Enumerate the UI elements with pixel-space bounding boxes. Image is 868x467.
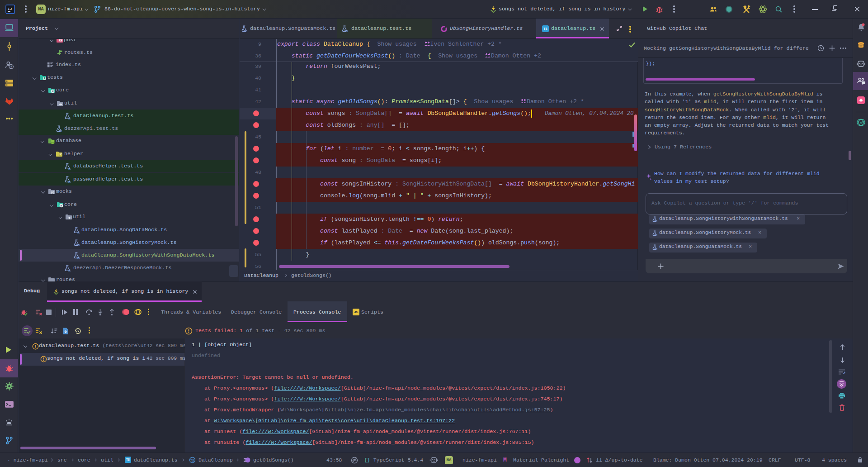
svg-text:TS: TS bbox=[190, 459, 194, 462]
svg-text:?: ? bbox=[10, 65, 12, 69]
svg-text:IJ: IJ bbox=[8, 7, 12, 11]
